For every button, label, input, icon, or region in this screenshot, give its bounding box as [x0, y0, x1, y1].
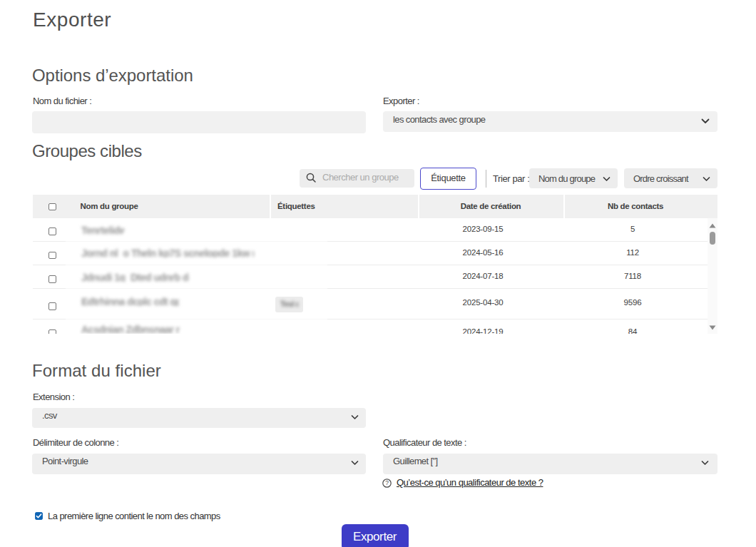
svg-text:?: ? — [385, 479, 389, 486]
